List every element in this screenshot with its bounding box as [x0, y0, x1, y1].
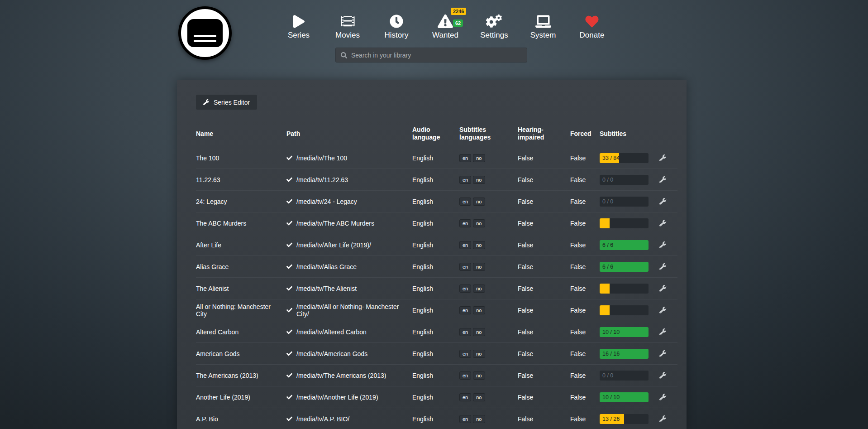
forced-value: False [570, 154, 600, 162]
wrench-icon[interactable] [659, 198, 667, 205]
language-badge: en [459, 371, 471, 380]
series-path-text: /media/tv/All or Nothing- Manchester Cit… [296, 303, 407, 318]
table-row: All or Nothing: Manchester City /media/t… [196, 299, 677, 321]
nav-movies-label: Movies [335, 31, 360, 40]
row-actions [659, 241, 678, 249]
table-row: The Americans (2013) /media/tv/The Ameri… [196, 364, 677, 386]
wrench-icon[interactable] [659, 350, 667, 357]
series-path-cell: /media/tv/Another Life (2019) [286, 394, 412, 401]
forced-value: False [570, 176, 600, 183]
progress-label: 0 / 0 [602, 198, 613, 205]
row-actions [659, 220, 678, 227]
wrench-icon[interactable] [659, 220, 667, 227]
forced-value: False [570, 394, 600, 401]
audio-language-value: English [412, 154, 459, 162]
check-icon [286, 307, 292, 313]
nav-donate[interactable]: Donate [568, 11, 616, 40]
series-path-text: /media/tv/The Americans (2013) [296, 372, 386, 379]
series-path-text: /media/tv/The 100 [296, 154, 347, 162]
series-name-link[interactable]: The Alienist [196, 285, 229, 292]
series-name-cell: All or Nothing: Manchester City [196, 303, 286, 318]
audio-language-value: English [412, 220, 459, 227]
progress-label: 0 / 0 [602, 177, 613, 183]
series-path-text: /media/tv/24 - Legacy [296, 198, 357, 205]
wrench-icon[interactable] [659, 263, 667, 270]
series-path-cell: /media/tv/A.P. BIO/ [286, 415, 412, 423]
series-editor-button[interactable]: Series Editor [196, 95, 257, 110]
wrench-icon[interactable] [659, 307, 667, 314]
subtitles-languages-cell: enno [459, 154, 518, 162]
series-name-link[interactable]: After Life [196, 241, 221, 249]
series-name-link[interactable]: 24: Legacy [196, 198, 227, 205]
row-actions [659, 350, 678, 357]
series-name-link[interactable]: The Americans (2013) [196, 372, 258, 379]
subtitles-progress-bar [600, 218, 649, 228]
wrench-icon[interactable] [659, 154, 667, 162]
series-name-link[interactable]: 11.22.63 [196, 176, 220, 183]
nav-settings[interactable]: Settings [470, 11, 519, 40]
bazarr-logo[interactable] [178, 6, 232, 60]
language-badge: no [473, 176, 485, 184]
nav-donate-label: Donate [580, 31, 605, 40]
row-actions [659, 372, 678, 379]
progress-fill [600, 284, 610, 294]
forced-value: False [570, 350, 600, 357]
hearing-impaired-value: False [518, 198, 570, 205]
language-badge: no [473, 393, 485, 401]
nav-series-label: Series [288, 31, 310, 40]
table-row: After Life /media/tv/After Life (2019)/ … [196, 234, 677, 255]
series-name-link[interactable]: The ABC Murders [196, 220, 246, 227]
wrench-icon[interactable] [659, 394, 667, 401]
progress-fill [600, 218, 610, 228]
wrench-icon[interactable] [659, 285, 667, 292]
subtitles-languages-cell: enno [459, 176, 518, 184]
wrench-icon[interactable] [659, 176, 667, 183]
row-actions [659, 307, 678, 314]
col-header-path: Path [286, 130, 412, 138]
subtitles-languages-cell: enno [459, 263, 518, 271]
col-header-hearing-impaired: Hearing-impaired [518, 126, 559, 141]
table-header: Name Path Audio language Subtitles langu… [196, 121, 677, 147]
wrench-icon [203, 99, 210, 106]
nav-history-label: History [385, 31, 409, 40]
nav-system[interactable]: System [519, 11, 568, 40]
wrench-icon[interactable] [659, 241, 667, 249]
forced-value: False [570, 241, 600, 249]
progress-label: 33 / 84 [602, 155, 620, 161]
progress-label: 13 / 26 [602, 416, 620, 422]
series-name-link[interactable]: Alias Grace [196, 263, 229, 270]
row-actions [659, 176, 678, 183]
wrench-icon[interactable] [659, 328, 667, 336]
subtitles-progress-cell: 33 / 84 [600, 153, 659, 163]
search-input[interactable] [351, 52, 522, 59]
series-name-link[interactable]: All or Nothing: Manchester City [196, 303, 271, 318]
series-name-link[interactable]: A.P. Bio [196, 415, 218, 423]
series-path-text: /media/tv/Alias Grace [296, 263, 357, 270]
series-name-link[interactable]: American Gods [196, 350, 239, 357]
series-name-link[interactable]: Another Life (2019) [196, 394, 250, 401]
hearing-impaired-value: False [518, 263, 570, 270]
series-path-cell: /media/tv/The Americans (2013) [286, 372, 412, 379]
col-header-subtitles: Subtitles [600, 130, 659, 138]
nav-series[interactable]: Series [274, 11, 323, 40]
progress-label: 0 / 0 [602, 372, 613, 379]
language-badge: no [473, 415, 485, 423]
series-name-link[interactable]: Altered Carbon [196, 328, 238, 336]
subtitles-languages-cell: enno [459, 328, 518, 336]
nav-movies[interactable]: Movies [323, 11, 372, 40]
language-badge: en [459, 415, 471, 423]
search-bar[interactable] [335, 48, 527, 63]
logo-subtitle-line [194, 35, 216, 37]
nav-wanted[interactable]: Wanted 2246 62 [421, 11, 470, 40]
audio-language-value: English [412, 263, 459, 270]
forced-value: False [570, 220, 600, 227]
wrench-icon[interactable] [659, 372, 667, 379]
nav-system-label: System [530, 31, 556, 40]
language-badge: en [459, 176, 471, 184]
series-name-link[interactable]: The 100 [196, 154, 219, 162]
wrench-icon[interactable] [659, 415, 667, 423]
cogs-icon [486, 11, 503, 28]
nav-history[interactable]: History [372, 11, 421, 40]
table-body: The 100 /media/tv/The 100 English enno F… [196, 147, 677, 429]
subtitles-progress-bar [600, 284, 649, 294]
